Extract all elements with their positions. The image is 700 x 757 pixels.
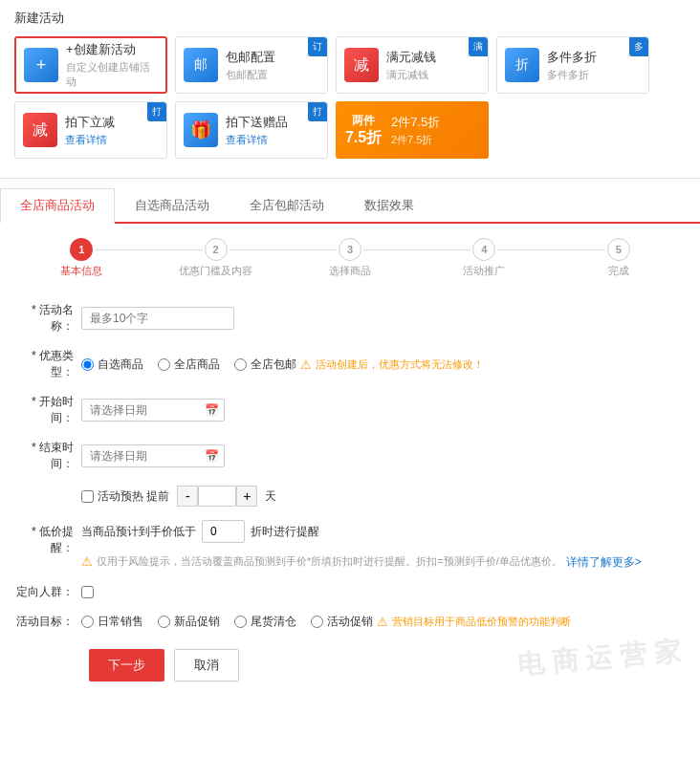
radio-selected-goods-label: 自选商品 bbox=[98, 357, 143, 373]
step-3-label: 选择商品 bbox=[329, 264, 371, 278]
tabs-section: 全店商品活动 自选商品活动 全店包邮活动 数据效果 bbox=[0, 188, 700, 224]
shoot-minus-desc: 查看详情 bbox=[65, 133, 159, 147]
step-1-label: 基本信息 bbox=[60, 264, 102, 278]
tab-all-mail[interactable]: 全店包邮活动 bbox=[230, 188, 344, 224]
preview-checkbox[interactable] bbox=[81, 490, 94, 503]
goal-warning-text: 营销目标用于商品低价预警的功能判断 bbox=[392, 615, 571, 629]
two-item-card[interactable]: 两件 7.5折 2件7.5折 2件7.5折 bbox=[336, 101, 489, 159]
goal-radio-clearance-input[interactable] bbox=[234, 616, 247, 628]
shoot-gift-title: 拍下送赠品 bbox=[226, 114, 319, 131]
goal-radio-daily-input[interactable] bbox=[81, 616, 94, 628]
goal-radio-new-input[interactable] bbox=[158, 616, 170, 628]
tab-data-effect[interactable]: 数据效果 bbox=[344, 188, 434, 224]
discount-radio-group: 自选商品 全店商品 全店包邮 bbox=[81, 357, 296, 373]
cancel-button[interactable]: 取消 bbox=[174, 649, 239, 681]
activity-name-label: * 活动名称： bbox=[14, 302, 81, 335]
step-5: 5 完成 bbox=[552, 238, 686, 278]
full-minus-desc: 满元减钱 bbox=[386, 68, 480, 82]
target-group-group: 定向人群： bbox=[14, 584, 686, 600]
shoot-minus-icon: 减 bbox=[23, 113, 57, 147]
goal-radio-daily[interactable]: 日常销售 bbox=[81, 614, 143, 630]
stepper-plus-btn[interactable]: + bbox=[236, 486, 257, 507]
goal-daily-label: 日常销售 bbox=[98, 614, 143, 630]
tab-all-goods[interactable]: 全店商品活动 bbox=[0, 188, 115, 224]
step-3-num: 3 bbox=[339, 238, 361, 261]
create-icon: + bbox=[24, 48, 58, 82]
warning-icon: ⚠ bbox=[300, 357, 312, 372]
target-group-checkbox[interactable] bbox=[81, 586, 94, 598]
steps-container: 1 基本信息 2 优惠门槛及内容 3 选择商品 4 活动推广 5 完成 bbox=[14, 238, 686, 278]
activity-name-input[interactable] bbox=[81, 307, 234, 330]
goal-radio-clearance[interactable]: 尾货清仓 bbox=[234, 614, 296, 630]
shoot-minus-badge: 打 bbox=[147, 102, 166, 121]
radio-all-mail-label: 全店包邮 bbox=[251, 357, 296, 373]
end-time-label: * 结束时间： bbox=[14, 440, 81, 472]
goal-radio-promo[interactable]: 活动促销 bbox=[311, 614, 373, 630]
multi-desc: 多件多折 bbox=[547, 68, 641, 82]
preview-checkbox-label[interactable]: 活动预热 提前 bbox=[81, 488, 169, 505]
step-5-num: 5 bbox=[607, 238, 630, 261]
low-price-link[interactable]: 详情了解更多> bbox=[566, 554, 642, 571]
discount-warning: ⚠ 活动创建后，优惠方式将无法修改！ bbox=[300, 357, 484, 372]
goal-promo-label: 活动促销 bbox=[327, 614, 373, 630]
discount-type-label: * 优惠类型： bbox=[14, 348, 81, 380]
low-price-label: * 低价提醒： bbox=[14, 524, 81, 556]
radio-all-goods[interactable]: 全店商品 bbox=[158, 357, 220, 373]
goal-radio-promo-input[interactable] bbox=[311, 616, 323, 628]
shoot-gift-badge: 打 bbox=[308, 102, 327, 121]
mail-config-card[interactable]: 订 邮 包邮配置 包邮配置 bbox=[175, 36, 328, 94]
multi-icon: 折 bbox=[505, 48, 539, 82]
stepper-minus-btn[interactable]: - bbox=[177, 486, 198, 507]
shoot-gift-icon: 🎁 bbox=[184, 113, 218, 147]
step-5-label: 完成 bbox=[608, 264, 629, 278]
calendar-icon-start: 📅 bbox=[205, 403, 219, 417]
two-item-desc: 2件7.5折 bbox=[391, 133, 481, 147]
multi-title: 多件多折 bbox=[547, 49, 641, 66]
goal-warning: ⚠ 营销目标用于商品低价预警的功能判断 bbox=[377, 615, 571, 629]
start-time-input[interactable] bbox=[81, 399, 225, 422]
goal-radio-group: 日常销售 新品促销 尾货清仓 活动促销 bbox=[81, 614, 373, 630]
stepper-input[interactable] bbox=[198, 486, 236, 507]
shoot-gift-card[interactable]: 打 🎁 拍下送赠品 查看详情 bbox=[175, 101, 328, 159]
mail-badge: 订 bbox=[308, 37, 327, 56]
activity-goal-label: 活动目标： bbox=[14, 614, 81, 630]
tab-selected-goods[interactable]: 自选商品活动 bbox=[115, 188, 230, 224]
end-time-wrapper: 📅 bbox=[81, 444, 225, 467]
radio-all-mail-input[interactable] bbox=[234, 358, 247, 371]
create-title: +创建新活动 bbox=[66, 41, 158, 58]
low-price-desc2: 折时进行提醒 bbox=[251, 524, 319, 540]
low-price-group: * 低价提醒： 当商品预计到手价低于 折时进行提醒 ⚠ 仅用于风险提示，当活动覆… bbox=[14, 520, 686, 571]
next-button[interactable]: 下一步 bbox=[89, 649, 164, 681]
two-item-discount: 7.5折 bbox=[345, 128, 382, 146]
radio-all-goods-input[interactable] bbox=[158, 358, 170, 371]
activity-goal-group: 活动目标： 日常销售 新品促销 尾货清仓 bbox=[14, 614, 686, 630]
step-2-label: 优惠门槛及内容 bbox=[179, 264, 252, 278]
full-badge: 满 bbox=[469, 37, 488, 56]
step-1-num: 1 bbox=[70, 238, 93, 261]
radio-selected-goods[interactable]: 自选商品 bbox=[81, 357, 143, 373]
radio-all-mail[interactable]: 全店包邮 bbox=[234, 357, 296, 373]
step-2-num: 2 bbox=[205, 238, 228, 261]
shoot-gift-desc: 查看详情 bbox=[226, 133, 319, 147]
two-item-top-text: 两件 bbox=[352, 114, 375, 127]
goal-new-label: 新品促销 bbox=[174, 614, 220, 630]
create-new-card[interactable]: + +创建新活动 自定义创建店铺活动 bbox=[14, 36, 167, 94]
end-time-input[interactable] bbox=[81, 444, 225, 467]
step-4: 4 活动推广 bbox=[417, 238, 551, 278]
full-minus-icon: 减 bbox=[344, 48, 379, 82]
goal-clearance-label: 尾货清仓 bbox=[251, 614, 296, 630]
radio-selected-goods-input[interactable] bbox=[81, 358, 94, 371]
low-price-desc1: 当商品预计到手价低于 bbox=[81, 524, 196, 540]
full-minus-card[interactable]: 满 减 满元减钱 满元减钱 bbox=[336, 36, 489, 94]
low-price-input[interactable] bbox=[202, 520, 245, 543]
preview-stepper: - + bbox=[177, 486, 257, 507]
two-item-title: 2件7.5折 bbox=[391, 114, 481, 131]
multi-badge: 多 bbox=[629, 37, 648, 56]
radio-all-goods-label: 全店商品 bbox=[174, 357, 220, 373]
multi-discount-card[interactable]: 多 折 多件多折 多件多折 bbox=[496, 36, 649, 94]
calendar-icon-end: 📅 bbox=[205, 449, 219, 463]
discount-type-group: * 优惠类型： 自选商品 全店商品 全店包邮 bbox=[14, 348, 686, 380]
goal-radio-new[interactable]: 新品促销 bbox=[158, 614, 220, 630]
step-4-label: 活动推广 bbox=[463, 264, 505, 278]
shoot-minus-card[interactable]: 打 减 拍下立减 查看详情 bbox=[14, 101, 167, 159]
